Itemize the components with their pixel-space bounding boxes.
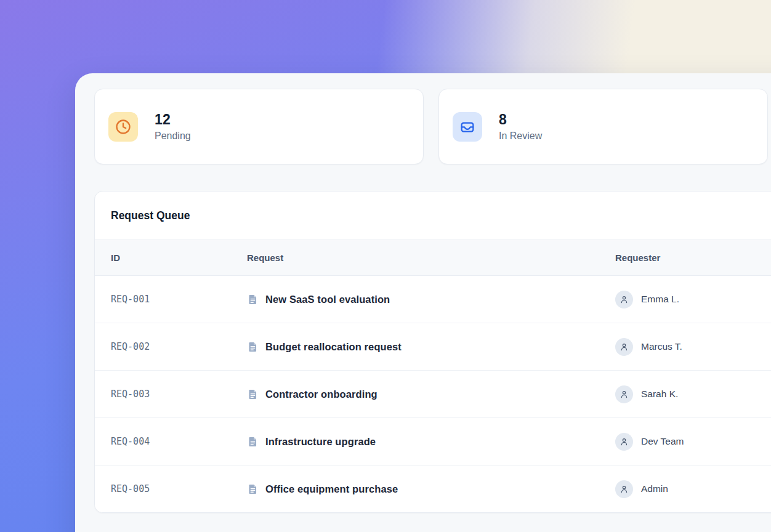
stat-label-in-review: In Review (499, 131, 542, 142)
document-icon (247, 294, 259, 305)
stat-text: 12 Pending (155, 111, 191, 141)
request-id: REQ-002 (111, 341, 247, 352)
request-id: REQ-003 (111, 389, 247, 400)
requester-cell: Admin (615, 480, 771, 498)
avatar (615, 433, 633, 451)
requester-cell: Marcus T. (615, 338, 771, 356)
requester-cell: Emma L. (615, 291, 771, 308)
document-icon (247, 483, 259, 495)
requester-name: Dev Team (641, 436, 684, 447)
clock-icon (108, 112, 138, 142)
stat-label-pending: Pending (155, 131, 191, 142)
avatar (615, 291, 633, 308)
request-title: Budget reallocation request (265, 341, 402, 353)
table-body: REQ-001 New SaaS tool evaluation (95, 276, 771, 512)
table-row[interactable]: REQ-002 Budget reallocation request (95, 323, 771, 370)
request-title: Infrastructure upgrade (265, 436, 376, 448)
avatar (615, 385, 633, 403)
table-title-row: Request Queue (95, 191, 771, 240)
requester-cell: Sarah K. (615, 385, 771, 403)
page-background: 12 Pending 8 In Review Reque (0, 0, 771, 532)
request-cell: Infrastructure upgrade (247, 436, 615, 448)
requester-name: Emma L. (641, 294, 679, 305)
request-title: Office equipment purchase (265, 483, 398, 495)
requester-name: Marcus T. (641, 341, 682, 352)
request-cell: Budget reallocation request (247, 341, 615, 353)
request-id: REQ-001 (111, 294, 247, 305)
table-row[interactable]: REQ-004 Infrastructure upgrade (95, 417, 771, 465)
column-header-id: ID (111, 252, 247, 263)
request-title: New SaaS tool evaluation (265, 294, 390, 305)
avatar (615, 338, 633, 356)
request-queue-card: Request Queue ID Request Requester REQ-0… (94, 191, 771, 513)
table-title: Request Queue (111, 209, 190, 222)
request-id: REQ-005 (111, 483, 247, 494)
stat-card-in-review: 8 In Review (438, 89, 768, 164)
request-title: Contractor onboarding (265, 389, 377, 400)
stat-text: 8 In Review (499, 111, 542, 141)
requester-name: Sarah K. (641, 389, 678, 400)
stats-row: 12 Pending 8 In Review (94, 89, 771, 164)
stat-card-pending: 12 Pending (94, 89, 424, 164)
inbox-icon (453, 112, 482, 142)
table-header-row: ID Request Requester (95, 240, 771, 276)
request-id: REQ-004 (111, 436, 247, 447)
table-row[interactable]: REQ-001 New SaaS tool evaluation (95, 276, 771, 323)
requester-name: Admin (641, 483, 668, 494)
avatar (615, 480, 633, 498)
column-header-requester: Requester (615, 252, 771, 263)
document-icon (247, 341, 259, 353)
stat-value-pending: 12 (155, 111, 191, 127)
stat-value-in-review: 8 (499, 111, 542, 127)
document-icon (247, 436, 259, 448)
requester-cell: Dev Team (615, 433, 771, 451)
request-cell: Office equipment purchase (247, 483, 615, 495)
request-cell: New SaaS tool evaluation (247, 294, 615, 305)
dashboard-panel: 12 Pending 8 In Review Reque (75, 73, 771, 532)
table-row[interactable]: REQ-005 Office equipment purchase (95, 465, 771, 512)
table-row[interactable]: REQ-003 Contractor onboarding (95, 370, 771, 417)
document-icon (247, 389, 259, 400)
request-cell: Contractor onboarding (247, 389, 615, 400)
column-header-request: Request (247, 252, 615, 263)
